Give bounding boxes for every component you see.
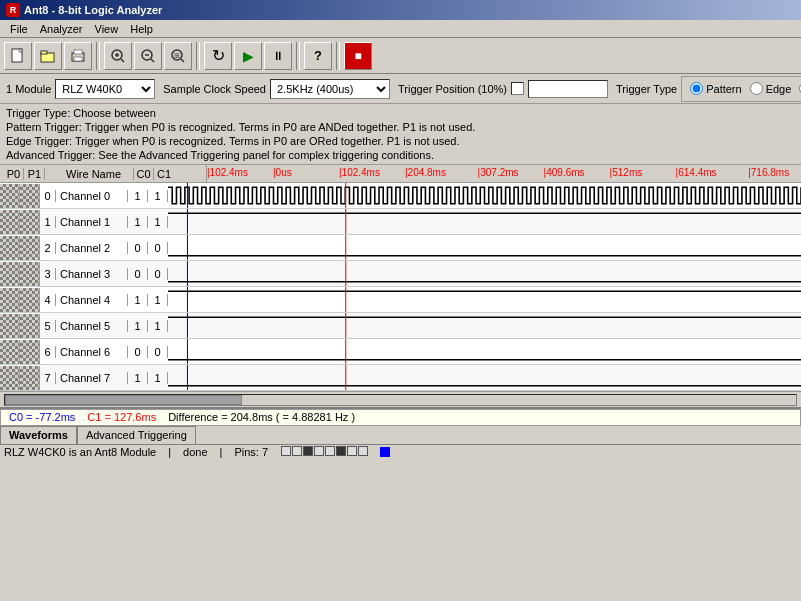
svg-rect-3 xyxy=(41,51,47,54)
tick-label-5: |409.6ms xyxy=(544,167,585,178)
status-module: RLZ W4CK0 is an Ant8 Module xyxy=(4,446,156,458)
channel-row-5: 5Channel 511 xyxy=(0,313,801,339)
zoom-fit-button[interactable]: ⊞ xyxy=(164,42,192,70)
toolbar-sep-1 xyxy=(96,42,100,70)
sample-clock-select[interactable]: 2.5KHz (400us) 5KHz (200us) 10KHz (100us… xyxy=(270,79,390,99)
h-scrollbar-thumb[interactable] xyxy=(5,395,242,405)
open-button[interactable] xyxy=(34,42,62,70)
header-c0: C0 xyxy=(134,168,154,180)
module-select[interactable]: RLZ W40K0 xyxy=(55,79,155,99)
ch-waveform-0 xyxy=(168,183,801,208)
ch-p0-pattern-3[interactable] xyxy=(0,262,20,286)
tick-label-7: |614.4ms xyxy=(676,167,717,178)
app-icon: R xyxy=(6,3,20,17)
trigger-pattern-option[interactable]: Pattern xyxy=(690,82,741,95)
header-p0: P0 xyxy=(4,168,24,180)
refresh-button[interactable]: ↻ xyxy=(204,42,232,70)
ch-p0-pattern-1[interactable] xyxy=(0,210,20,234)
ch-index-3: 3 xyxy=(40,268,56,280)
ch-p1-pattern-3[interactable] xyxy=(20,262,40,286)
menu-file[interactable]: File xyxy=(4,22,34,36)
ch-waveform-7 xyxy=(168,365,801,390)
waveform-svg-3 xyxy=(168,261,801,286)
tick-label-6: |512ms xyxy=(610,167,643,178)
ch-waveform-5 xyxy=(168,313,801,338)
pin-pattern-display xyxy=(280,446,368,458)
trigger-position-label: Trigger Position (10%) xyxy=(398,83,507,95)
title-text: Ant8 - 8-bit Logic Analyzer xyxy=(24,4,162,16)
zoom-in-icon xyxy=(110,48,126,64)
ch-c0-2: 0 xyxy=(128,242,148,254)
trigger-position-checkbox[interactable] xyxy=(511,82,524,95)
info-text: Trigger Type: Choose between Pattern Tri… xyxy=(0,104,801,165)
run-button[interactable]: ▶ xyxy=(234,42,262,70)
trigger-edge-label: Edge xyxy=(766,83,792,95)
menu-view[interactable]: View xyxy=(89,22,125,36)
tick-label-4: |307.2ms xyxy=(478,167,519,178)
ch-c1-3: 0 xyxy=(148,268,168,280)
tab-waveforms[interactable]: Waveforms xyxy=(0,426,77,444)
trigger-type-options: Pattern Edge Advanced xyxy=(681,76,801,102)
ch-c0-4: 1 xyxy=(128,294,148,306)
status-bar: RLZ W4CK0 is an Ant8 Module | done | Pin… xyxy=(0,444,801,459)
trigger-edge-radio[interactable] xyxy=(750,82,763,95)
info-line-0: Trigger Type: Choose between xyxy=(6,106,795,120)
waveform-svg-0 xyxy=(168,183,801,208)
menu-help[interactable]: Help xyxy=(124,22,159,36)
stop-button[interactable]: ■ xyxy=(344,42,372,70)
svg-rect-5 xyxy=(74,50,82,54)
open-icon xyxy=(40,48,56,64)
ch-p0-pattern-0[interactable] xyxy=(0,184,20,208)
svg-line-12 xyxy=(151,59,154,62)
ch-p1-pattern-1[interactable] xyxy=(20,210,40,234)
module-label: 1 Module xyxy=(6,83,51,95)
pin-block-5 xyxy=(336,446,346,456)
ch-c1-0: 1 xyxy=(148,190,168,202)
trigger-position-input[interactable] xyxy=(528,80,608,98)
h-scrollbar[interactable] xyxy=(4,394,797,406)
ch-p1-pattern-6[interactable] xyxy=(20,340,40,364)
tab-advanced-triggering[interactable]: Advanced Triggering xyxy=(77,426,196,444)
blue-indicator xyxy=(380,447,390,457)
print-button[interactable] xyxy=(64,42,92,70)
status-area: C0 = -77.2ms C1 = 127.6ms Difference = 2… xyxy=(0,407,801,459)
zoom-in-button[interactable] xyxy=(104,42,132,70)
ch-p0-pattern-4[interactable] xyxy=(0,288,20,312)
ch-name-0: Channel 0 xyxy=(56,190,128,202)
svg-rect-6 xyxy=(74,57,82,61)
menu-analyzer[interactable]: Analyzer xyxy=(34,22,89,36)
trigger-pattern-label: Pattern xyxy=(706,83,741,95)
status-sep-2: | xyxy=(220,446,223,458)
ch-waveform-3 xyxy=(168,261,801,286)
ch-index-4: 4 xyxy=(40,294,56,306)
info-line-2: Edge Trigger: Trigger when P0 is recogni… xyxy=(6,134,795,148)
pause-button[interactable]: ⏸ xyxy=(264,42,292,70)
ch-name-4: Channel 4 xyxy=(56,294,128,306)
ch-p1-pattern-5[interactable] xyxy=(20,314,40,338)
time-ruler: P0 P1 Wire Name C0 C1 |102.4ms|0us|102.4… xyxy=(0,165,801,183)
svg-text:⊞: ⊞ xyxy=(174,52,180,59)
trigger-type-label: Trigger Type xyxy=(616,83,677,95)
channel-row-7: 7Channel 711 xyxy=(0,365,801,391)
ch-p0-pattern-2[interactable] xyxy=(0,236,20,260)
ch-p0-pattern-6[interactable] xyxy=(0,340,20,364)
trigger-edge-option[interactable]: Edge xyxy=(750,82,792,95)
ch-c0-0: 1 xyxy=(128,190,148,202)
ch-p1-pattern-4[interactable] xyxy=(20,288,40,312)
ch-p0-pattern-5[interactable] xyxy=(0,314,20,338)
new-button[interactable] xyxy=(4,42,32,70)
toolbar-sep-3 xyxy=(296,42,300,70)
ch-p0-pattern-7[interactable] xyxy=(0,366,20,390)
zoom-out-button[interactable] xyxy=(134,42,162,70)
ch-p1-pattern-0[interactable] xyxy=(20,184,40,208)
print-icon xyxy=(70,48,86,64)
main-content: P0 P1 Wire Name C0 C1 |102.4ms|0us|102.4… xyxy=(0,165,801,407)
ch-c1-4: 1 xyxy=(148,294,168,306)
ch-p1-pattern-2[interactable] xyxy=(20,236,40,260)
ch-p1-pattern-7[interactable] xyxy=(20,366,40,390)
info-line-1: Pattern Trigger: Trigger when P0 is reco… xyxy=(6,120,795,134)
trigger-position-group: Trigger Position (10%) xyxy=(398,80,608,98)
trigger-pattern-radio[interactable] xyxy=(690,82,703,95)
ch-waveform-4 xyxy=(168,287,801,312)
help-button[interactable]: ? xyxy=(304,42,332,70)
